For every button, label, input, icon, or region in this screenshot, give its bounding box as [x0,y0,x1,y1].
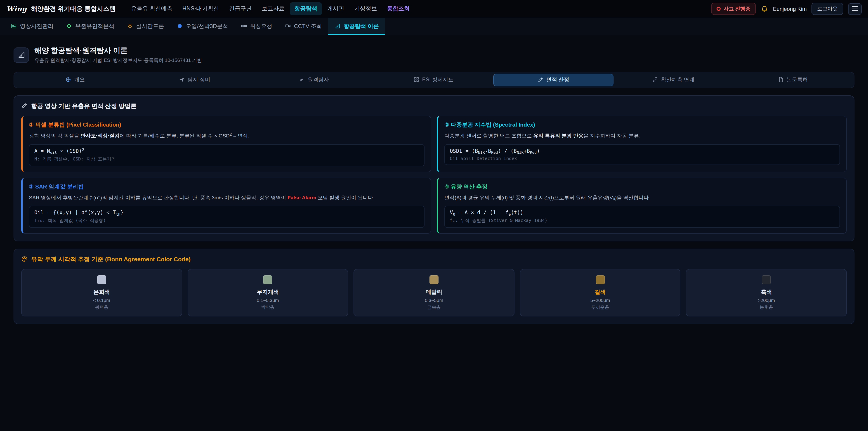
thickness-layer: 두꺼운층 [525,304,676,311]
formula-text: A = Noil × (GSD)2 [34,148,419,154]
logout-button[interactable]: 로그아웃 [812,3,843,15]
thickness-section-title: 유막 두께 시각적 추정 기준 (Bonn Agreement Color Co… [21,255,847,264]
methods-section-title: 항공 영상 기반 유출유 면적 산정 방법론 [21,102,847,110]
thickness-card-brown: 갈색 5~200μm 두꺼운층 [520,269,681,316]
thickness-name: 갈색 [525,288,676,296]
nav-item-spill-prediction[interactable]: 유출유 확산예측 [126,2,177,16]
subtab-cctv-view[interactable]: CCTV 조회 [278,18,328,35]
tab-remote-sensing[interactable]: 원격탐사 [254,74,374,86]
subtab-satellite-request[interactable]: 위성요청 [235,18,278,35]
subtab-label: 유출유면적분석 [75,23,114,30]
thickness-card-rainbow: 무지개색 0.1~0.3μm 박막층 [187,269,348,316]
color-swatch [596,275,604,284]
aerial-search-subnav: 영상사진관리 유출유면적분석 실시간드론 오염/선박3D분석 위성요청 CCTV… [0,18,868,35]
subtab-realtime-drone[interactable]: 실시간드론 [121,18,170,35]
topbar-right: 사고 진행중 Eunjeong Kim 로그아웃 [711,3,862,15]
notification-bell-icon[interactable] [761,5,768,12]
formula-note: fₑ: 누적 증발률 (Stiver & Mackay 1984) [450,217,835,224]
thickness-range: 5~200μm [525,298,676,303]
tab-detection-equipment[interactable]: 탐지 장비 [135,74,254,86]
thickness-name: 흑색 [691,288,842,296]
thickness-card-black: 흑색 >200μm 농후층 [686,269,847,316]
method-card-spectral-index: ② 다중분광 지수법 (Spectral Index) 다중분광 센서로 촬영한… [437,116,847,172]
thickness-layer: 광택층 [26,304,177,311]
formula-block: OSDI = (BNIR-BRed) / (BNIR+BRed) Oil Spi… [444,144,840,165]
formula-note: Oil Spill Detection Index [450,156,835,161]
theory-tab-bar: 개요 탐지 장비 원격탐사 ESI 방제지도 면적 산정 확산예측 연계 [13,72,855,88]
method-card-description: SAR 영상에서 후방산란계수(σ°)의 임계값 이하를 유막으로 판정합니다.… [29,194,425,202]
method-card-volume-inversion: ④ 유량 역산 추정 면적(A)과 평균 유막 두께(d) 및 풍화 경과 시간… [437,177,847,234]
globe-icon [66,76,71,83]
subtab-aerial-search-theory[interactable]: 항공탐색 이론 [328,18,385,35]
thickness-range: < 0.1μm [26,298,177,303]
tab-label: 면적 산정 [546,76,569,84]
nav-item-emergency-rescue[interactable]: 긴급구난 [224,2,256,16]
tab-label: ESI 방제지도 [422,76,454,84]
subtab-pollution-ship-3d[interactable]: 오염/선박3D분석 [170,18,235,35]
tab-label: 원격탐사 [308,76,329,84]
thickness-layer: 박막층 [192,304,343,311]
subtab-oil-area-analysis[interactable]: 유출유면적분석 [60,18,121,35]
hamburger-icon [852,6,858,11]
tab-diffusion-link[interactable]: 확산예측 연계 [614,74,733,86]
formula-text: V0 = A × d / (1 - fe(t)) [450,210,835,216]
incident-status-badge[interactable]: 사고 진행중 [711,3,756,15]
thickness-title-text: 유막 두께 시각적 추정 기준 (Bonn Agreement Color Co… [31,255,191,264]
hamburger-menu-button[interactable] [848,3,862,15]
thickness-range: 0.3~5μm [359,298,509,303]
methods-grid: ① 픽셀 분류법 (Pixel Classification) 광학 영상의 각… [21,116,847,234]
thickness-range: >200μm [691,298,842,303]
link-icon [652,76,658,83]
main-menu: 유출유 확산예측 HNS·대기확산 긴급구난 보고자료 항공탐색 게시판 기상정… [126,2,414,16]
tab-papers-patents[interactable]: 논문특허 [733,74,852,86]
nav-item-reports[interactable]: 보고자료 [257,2,289,16]
tab-label: 확산예측 연계 [661,76,694,84]
tab-label: 탐지 장비 [187,76,210,84]
formula-text: Oil = {(x,y) | σ°(x,y) < Tth} [34,210,419,216]
pencil-icon [538,76,543,83]
thickness-layer: 농후층 [691,304,842,311]
top-navigation-bar: Wing 해양환경 위기대응 통합시스템 유출유 확산예측 HNS·대기확산 긴… [0,0,868,18]
method-card-description: 면적(A)과 평균 유막 두께(d) 및 풍화 경과 시간(t)으로부터 원래 … [444,194,840,202]
pencil-icon [21,102,28,110]
thickness-name: 무지개색 [192,288,343,296]
subtab-image-photo-management[interactable]: 영상사진관리 [4,18,60,35]
nav-item-integrated-search[interactable]: 통합조회 [382,2,414,16]
method-card-title: ② 다중분광 지수법 (Spectral Index) [444,121,840,129]
incident-dot-icon [716,7,720,11]
app-root: Wing 해양환경 위기대응 통합시스템 유출유 확산예측 HNS·대기확산 긴… [0,0,868,431]
page-title: 해양 항공탐색·원격탐사 이론 [34,46,202,56]
page-subtitle: 유출유 원격탐지·항공감시 기법·ESI 방제정보지도·등록특허 10-1567… [34,57,202,64]
drone-icon [127,23,133,30]
sphere-3d-icon [177,23,183,30]
subtab-label: 오염/선박3D분석 [186,23,228,30]
subtab-label: 영상사진관리 [20,23,54,30]
thickness-card-silver-gray: 은회색 < 0.1μm 광택층 [21,269,182,316]
tab-esi-map[interactable]: ESI 방제지도 [374,74,493,86]
area-methods-section: 항공 영상 기반 유출유 면적 산정 방법론 ① 픽셀 분류법 (Pixel C… [13,95,855,241]
nav-item-hns-diffusion[interactable]: HNS·대기확산 [178,2,223,16]
document-icon [778,76,783,83]
method-card-title: ① 픽셀 분류법 (Pixel Classification) [29,121,425,129]
set-square-icon [335,23,340,30]
nav-item-board[interactable]: 게시판 [322,2,349,16]
nav-item-weather[interactable]: 기상정보 [350,2,381,16]
page-header: 해양 항공탐색·원격탐사 이론 유출유 원격탐지·항공감시 기법·ESI 방제정… [13,46,855,64]
formula-block: Oil = {(x,y) | σ°(x,y) < Tth} Tₜₕ: 최적 임계… [29,206,425,228]
method-card-description: 광학 영상의 각 픽셀을 반사도·색상·질감에 따라 기름/해수로 분류, 분류… [29,132,425,140]
tab-label: 개요 [74,76,85,84]
tab-area-calculation[interactable]: 면적 산정 [493,74,614,86]
thickness-name: 은회색 [26,288,177,296]
formula-text: OSDI = (BNIR-BRed) / (BNIR+BRed) [450,148,835,154]
subtab-label: CCTV 조회 [294,23,322,30]
brand[interactable]: Wing 해양환경 위기대응 통합시스템 [6,5,116,13]
tab-overview[interactable]: 개요 [16,74,135,86]
method-card-title: ③ SAR 임계값 분리법 [29,183,425,190]
flower-analysis-icon [66,23,72,30]
user-name: Eunjeong Kim [773,6,807,12]
nav-item-aerial-search[interactable]: 항공탐색 [290,2,322,16]
method-card-description: 다중분광 센서로 촬영한 밴드 조합으로 유막 특유의 분광 반응을 지수화하여… [444,132,840,140]
formula-note: N: 기름 픽셀수, GSD: 지상 표본거리 [34,156,419,162]
color-swatch [430,275,438,284]
subtab-label: 위성요청 [250,23,272,30]
